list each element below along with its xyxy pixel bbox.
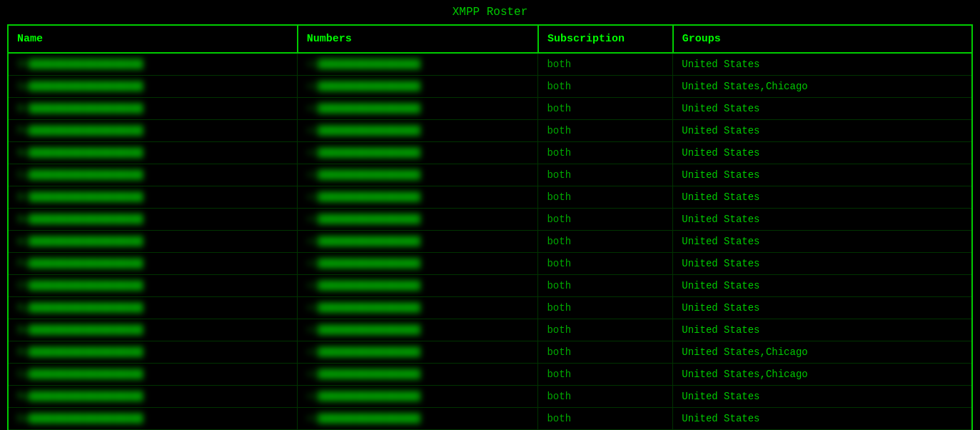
cell-number: +1█████████████████ (298, 408, 538, 430)
table-row[interactable]: Ma███████████████████+1█████████████████… (9, 386, 971, 408)
table-row[interactable]: Pa███████████████████+1█████████████████… (9, 120, 971, 142)
table-row[interactable]: Be███████████████████+1█████████████████… (9, 209, 971, 231)
cell-number: +1█████████████████ (298, 98, 538, 120)
table-header-row: Name Numbers Subscription Groups (9, 26, 971, 53)
cell-groups: United States (673, 253, 971, 275)
cell-subscription: both (538, 142, 673, 164)
cell-groups: United States (673, 120, 971, 142)
cell-groups: United States (673, 231, 971, 253)
cell-subscription: both (538, 120, 673, 142)
header-groups: Groups (673, 26, 971, 53)
cell-subscription: both (538, 231, 673, 253)
cell-number: +1█████████████████ (298, 275, 538, 297)
cell-number: +1█████████████████ (298, 297, 538, 319)
table-row[interactable]: Ry███████████████████+1█████████████████… (9, 297, 971, 319)
roster-table: Name Numbers Subscription Groups Sh█████… (9, 26, 971, 430)
table-row[interactable]: Em███████████████████+1█████████████████… (9, 408, 971, 430)
cell-groups: United States,Chicago (673, 341, 971, 364)
cell-groups: United States (673, 209, 971, 231)
cell-number: +1█████████████████ (298, 186, 538, 209)
table-row[interactable]: Sa███████████████████+1█████████████████… (9, 76, 971, 98)
cell-number: +1█████████████████ (298, 319, 538, 341)
table-row[interactable]: Ca███████████████████+1█████████████████… (9, 364, 971, 386)
table-row[interactable]: Be███████████████████+1█████████████████… (9, 319, 971, 341)
header-name: Name (9, 26, 298, 53)
cell-subscription: both (538, 275, 673, 297)
cell-groups: United States,Chicago (673, 364, 971, 386)
cell-subscription: both (538, 53, 673, 76)
cell-groups: United States (673, 319, 971, 341)
table-row[interactable]: Wi███████████████████+1█████████████████… (9, 231, 971, 253)
table-row[interactable]: Br███████████████████+1█████████████████… (9, 98, 971, 120)
cell-groups: United States (673, 98, 971, 120)
cell-subscription: both (538, 408, 673, 430)
cell-name: No███████████████████ (9, 142, 298, 164)
table-row[interactable]: Br███████████████████+1█████████████████… (9, 186, 971, 209)
cell-subscription: both (538, 253, 673, 275)
cell-subscription: both (538, 319, 673, 341)
cell-number: +1█████████████████ (298, 386, 538, 408)
cell-name: Br███████████████████ (9, 98, 298, 120)
cell-subscription: both (538, 364, 673, 386)
cell-number: +1█████████████████ (298, 231, 538, 253)
cell-name: Ro███████████████████ (9, 341, 298, 364)
cell-groups: United States (673, 408, 971, 430)
header-subscription: Subscription (538, 26, 673, 53)
cell-subscription: both (538, 164, 673, 186)
cell-name: Pa███████████████████ (9, 253, 298, 275)
cell-number: +1█████████████████ (298, 364, 538, 386)
page-title: XMPP Roster (0, 0, 980, 24)
table-row[interactable]: Pa███████████████████+1█████████████████… (9, 253, 971, 275)
cell-name: Pa███████████████████ (9, 120, 298, 142)
cell-groups: United States (673, 53, 971, 76)
cell-number: +1█████████████████ (298, 164, 538, 186)
cell-name: Em███████████████████ (9, 408, 298, 430)
cell-name: Sh███████████████████ (9, 53, 298, 76)
table-row[interactable]: Sh███████████████████+1█████████████████… (9, 53, 971, 76)
cell-subscription: both (538, 386, 673, 408)
cell-number: +1█████████████████ (298, 76, 538, 98)
cell-name: Sa███████████████████ (9, 76, 298, 98)
cell-name: Be███████████████████ (9, 319, 298, 341)
cell-name: Be███████████████████ (9, 209, 298, 231)
cell-groups: United States (673, 186, 971, 209)
cell-groups: United States (673, 164, 971, 186)
table-row[interactable]: Ro███████████████████+1█████████████████… (9, 341, 971, 364)
cell-groups: United States,Chicago (673, 76, 971, 98)
cell-name: Ca███████████████████ (9, 364, 298, 386)
cell-subscription: both (538, 186, 673, 209)
cell-groups: United States (673, 386, 971, 408)
cell-name: Ry███████████████████ (9, 297, 298, 319)
cell-number: +1█████████████████ (298, 341, 538, 364)
cell-subscription: both (538, 98, 673, 120)
cell-name: Ma███████████████████ (9, 386, 298, 408)
cell-groups: United States (673, 142, 971, 164)
cell-groups: United States (673, 297, 971, 319)
cell-subscription: both (538, 76, 673, 98)
cell-number: +1█████████████████ (298, 253, 538, 275)
cell-name: Ch███████████████████ (9, 275, 298, 297)
cell-groups: United States (673, 275, 971, 297)
cell-name: Wi███████████████████ (9, 231, 298, 253)
roster-table-container: Name Numbers Subscription Groups Sh█████… (7, 24, 973, 430)
cell-subscription: both (538, 209, 673, 231)
cell-number: +1█████████████████ (298, 120, 538, 142)
table-row[interactable]: No███████████████████+1█████████████████… (9, 142, 971, 164)
header-numbers: Numbers (298, 26, 538, 53)
cell-number: +1█████████████████ (298, 142, 538, 164)
table-row[interactable]: Ch███████████████████+1█████████████████… (9, 275, 971, 297)
cell-subscription: both (538, 297, 673, 319)
cell-number: +1█████████████████ (298, 209, 538, 231)
cell-name: Br███████████████████ (9, 186, 298, 209)
table-row[interactable]: Cu███████████████████+1█████████████████… (9, 164, 971, 186)
cell-name: Cu███████████████████ (9, 164, 298, 186)
cell-number: +1█████████████████ (298, 53, 538, 76)
cell-subscription: both (538, 341, 673, 364)
